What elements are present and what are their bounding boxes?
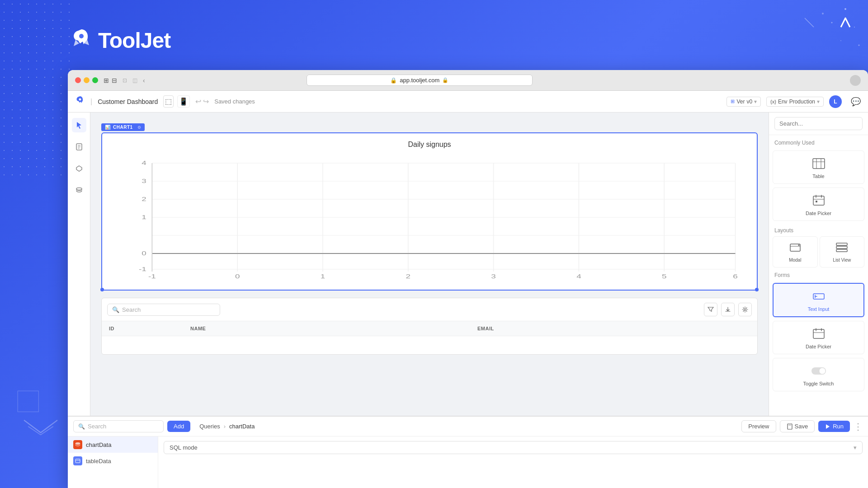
col-name-label: NAME xyxy=(190,326,206,331)
query-item-chartdata[interactable]: chartData xyxy=(68,436,158,453)
undo-redo-controls: ↩ ↪ xyxy=(195,97,209,106)
run-icon xyxy=(825,423,831,430)
main-content: 📊 CHART1 ⚙ Daily signups xyxy=(68,113,868,416)
url-text: app.tooljet.com xyxy=(400,77,439,84)
modal-component[interactable]: Modal xyxy=(773,236,818,267)
svg-point-5 xyxy=(840,40,841,41)
svg-point-74 xyxy=(75,442,80,444)
traffic-light-yellow[interactable] xyxy=(84,77,90,83)
save-icon xyxy=(787,423,793,430)
env-icon: {x} xyxy=(770,99,776,104)
svg-rect-59 xyxy=(836,243,847,245)
svg-point-7 xyxy=(79,34,84,38)
saved-status-text: Saved changes xyxy=(214,98,255,105)
env-chevron: ▾ xyxy=(817,99,820,105)
component-search-input[interactable] xyxy=(774,117,863,130)
date-picker-component[interactable]: Date Picker xyxy=(773,188,864,221)
svg-text:1: 1 xyxy=(142,214,146,220)
query-list: chartData tableData xyxy=(68,436,158,488)
version-env-controls: ⊞ Ver v0 ▾ {x} Env Production ▾ xyxy=(726,97,824,107)
chart-widget-label: 📊 CHART1 ⚙ xyxy=(101,123,145,131)
more-options-button[interactable]: ⋮ xyxy=(854,421,863,432)
sidebar-item-pages[interactable] xyxy=(72,140,86,154)
run-label: Run xyxy=(833,423,844,430)
table-search[interactable]: 🔍 Search xyxy=(107,304,220,316)
save-label: Save xyxy=(795,423,808,430)
svg-text:2: 2 xyxy=(406,273,410,279)
list-view-component[interactable]: List View xyxy=(820,236,865,267)
version-badge[interactable]: ⊞ Ver v0 ▾ xyxy=(726,97,761,107)
back-button[interactable]: ‹ xyxy=(143,77,145,84)
sql-mode-selector[interactable]: SQL mode ▾ xyxy=(164,441,863,454)
svg-point-3 xyxy=(822,13,824,14)
table-action-buttons xyxy=(704,303,752,316)
chartdata-label: chartData xyxy=(86,441,111,448)
version-chevron: ▾ xyxy=(754,99,757,105)
toggle-switch-component[interactable]: Toggle Switch xyxy=(773,358,864,391)
nav-icon-1[interactable]: ⊡ xyxy=(123,77,127,84)
filter-button[interactable] xyxy=(704,303,717,316)
sidebar-item-components[interactable] xyxy=(72,161,86,176)
browser-chrome: ⊞ ⊟ ⊡ ◫ ‹ 🔒 app.tooljet.com 🔒 xyxy=(68,70,868,91)
svg-text:0: 0 xyxy=(235,273,240,279)
text-input-component[interactable]: Text Input xyxy=(773,283,864,317)
preview-button[interactable]: Preview xyxy=(741,420,776,432)
add-query-button[interactable]: Add xyxy=(167,421,190,432)
browser-action[interactable] xyxy=(850,75,861,86)
chat-icon[interactable]: 💬 xyxy=(851,97,861,107)
chart-resize-handle[interactable] xyxy=(755,288,759,291)
desktop-view-icon[interactable]: ⬚ xyxy=(163,95,174,108)
date-picker-icon xyxy=(811,192,827,209)
settings-button[interactable] xyxy=(738,303,752,316)
query-search[interactable]: 🔍 Search xyxy=(73,420,164,432)
traffic-light-red[interactable] xyxy=(75,77,81,83)
svg-text:5: 5 xyxy=(662,273,667,279)
layout-icon[interactable]: ⊞ xyxy=(104,77,109,84)
saved-status: Saved changes xyxy=(214,98,721,105)
sidebar-item-pointer[interactable] xyxy=(72,118,86,132)
table-component[interactable]: Table xyxy=(773,150,864,184)
svg-rect-51 xyxy=(813,196,824,205)
sql-mode-label: SQL mode xyxy=(170,444,198,451)
search-icon: 🔍 xyxy=(112,306,119,313)
forms-date-picker-component[interactable]: Date Picker xyxy=(773,321,864,354)
download-button[interactable] xyxy=(721,303,735,316)
chart-widget[interactable]: Daily signups xyxy=(101,132,758,291)
list-view-icon xyxy=(835,241,848,256)
traffic-light-green[interactable] xyxy=(92,77,98,83)
svg-point-0 xyxy=(844,8,846,10)
bottom-content: chartData tableData SQL mode ▾ xyxy=(68,436,868,488)
user-initial: L xyxy=(834,99,837,105)
traffic-lights xyxy=(75,77,98,83)
table-header: ID NAME EMAIL xyxy=(102,321,757,336)
run-button[interactable]: Run xyxy=(818,421,850,432)
svg-text:3: 3 xyxy=(142,178,146,184)
table-search-placeholder: Search xyxy=(122,306,141,313)
table-component-label: Table xyxy=(812,174,824,179)
mobile-view-icon[interactable]: 📱 xyxy=(177,95,190,108)
col-header-id: ID xyxy=(102,321,183,336)
user-avatar[interactable]: L xyxy=(829,95,842,108)
chart-edit-icon[interactable]: ⚙ xyxy=(137,125,141,130)
forms-date-picker-icon xyxy=(811,326,827,342)
svg-text:-1: -1 xyxy=(139,266,146,272)
chart-resize-handle-left[interactable] xyxy=(100,288,104,291)
toggle-switch-icon xyxy=(811,363,827,379)
app-toolbar: | Customer Dashboard ⬚ 📱 ↩ ↪ Saved chang… xyxy=(68,91,868,113)
nav-icon-2[interactable]: ◫ xyxy=(132,77,137,84)
sidebar-item-datasources[interactable] xyxy=(72,183,86,197)
query-item-tabledata[interactable]: tableData xyxy=(68,453,158,469)
env-badge[interactable]: {x} Env Production ▾ xyxy=(766,97,824,107)
layout-icon-2[interactable]: ⊟ xyxy=(112,77,117,84)
svg-point-58 xyxy=(798,244,799,246)
breadcrumb: Customer Dashboard xyxy=(98,98,158,105)
query-search-placeholder: Search xyxy=(88,423,106,430)
svg-line-6 xyxy=(805,18,814,27)
save-button[interactable]: Save xyxy=(780,420,815,432)
svg-text:-1: -1 xyxy=(148,273,156,279)
list-view-label: List View xyxy=(833,258,851,263)
undo-button[interactable]: ↩ xyxy=(195,97,201,106)
svg-point-70 xyxy=(819,368,826,374)
query-editor: SQL mode ▾ xyxy=(158,436,868,488)
redo-button[interactable]: ↪ xyxy=(203,97,209,106)
